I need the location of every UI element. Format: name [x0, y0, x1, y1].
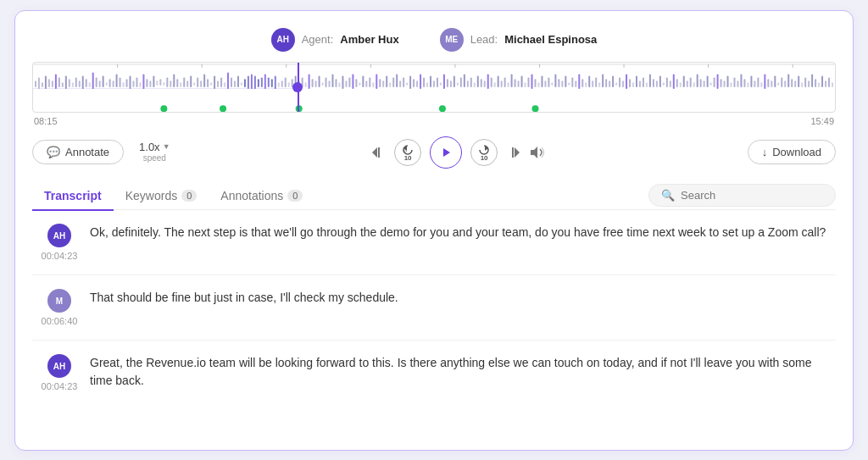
svg-rect-8 [62, 82, 64, 87]
svg-rect-139 [504, 77, 506, 87]
svg-rect-17 [92, 72, 94, 88]
entry-text: Great, the Revenue.io team will be looki… [90, 354, 827, 390]
svg-rect-57 [227, 72, 229, 88]
svg-rect-159 [571, 77, 573, 87]
svg-rect-179 [639, 80, 641, 87]
svg-rect-30 [136, 77, 137, 87]
svg-rect-112 [413, 79, 415, 87]
play-button[interactable] [430, 136, 462, 169]
svg-rect-153 [551, 82, 553, 86]
svg-rect-129 [470, 77, 472, 87]
svg-rect-164 [588, 75, 590, 87]
svg-rect-32 [142, 74, 144, 88]
svg-rect-65 [254, 75, 256, 88]
svg-rect-187 [666, 77, 668, 87]
svg-rect-149 [537, 82, 539, 87]
svg-rect-172 [615, 82, 617, 86]
svg-rect-91 [342, 75, 343, 88]
svg-rect-54 [217, 80, 219, 87]
svg-rect-19 [99, 80, 101, 87]
skip-back-button[interactable]: 10 10 [394, 139, 421, 166]
skip-forward-button[interactable]: 10 [470, 139, 498, 166]
svg-rect-254 [378, 147, 380, 158]
tab-transcript[interactable]: Transcript [32, 182, 114, 211]
svg-rect-64 [251, 74, 253, 88]
svg-rect-62 [244, 79, 246, 87]
lead-name: Michael Espinosa [504, 33, 597, 46]
svg-rect-169 [605, 79, 607, 87]
download-button[interactable]: ↓ Download [748, 140, 836, 164]
svg-rect-103 [382, 80, 384, 87]
svg-rect-37 [159, 79, 161, 86]
svg-rect-116 [426, 82, 428, 87]
search-icon: 🔍 [661, 189, 675, 202]
svg-rect-34 [149, 80, 151, 87]
svg-point-239 [220, 105, 226, 112]
svg-rect-205 [727, 75, 729, 87]
volume-button[interactable] [530, 146, 547, 159]
svg-rect-231 [815, 79, 816, 87]
prev-track-button[interactable] [370, 145, 386, 160]
svg-rect-5 [52, 80, 53, 87]
svg-rect-42 [176, 79, 178, 87]
svg-rect-22 [109, 79, 111, 87]
playback-controls: 10 10 10 [179, 136, 739, 169]
svg-rect-140 [508, 82, 509, 87]
svg-rect-13 [79, 80, 81, 87]
svg-rect-75 [288, 82, 290, 87]
tab-annotations[interactable]: Annotations 0 [209, 182, 314, 211]
list-item: M 00:06:40 That should be fine but just … [32, 275, 836, 341]
svg-rect-35 [153, 75, 154, 87]
entry-time: 00:04:23 [42, 381, 78, 391]
svg-rect-189 [673, 74, 675, 88]
svg-rect-182 [649, 74, 651, 86]
svg-rect-71 [275, 75, 276, 88]
svg-rect-200 [710, 82, 712, 86]
svg-rect-134 [487, 74, 489, 88]
svg-rect-100 [372, 82, 374, 87]
svg-rect-201 [714, 77, 715, 87]
svg-rect-135 [491, 77, 492, 87]
svg-rect-196 [697, 74, 698, 86]
next-track-button[interactable] [506, 145, 521, 160]
svg-rect-125 [457, 82, 459, 86]
svg-rect-86 [326, 77, 327, 87]
svg-rect-229 [808, 80, 810, 87]
svg-rect-154 [554, 74, 556, 86]
svg-rect-99 [369, 77, 370, 87]
annotate-button[interactable]: 💬 Annotate [32, 140, 124, 164]
svg-rect-121 [443, 74, 445, 88]
speed-control[interactable]: 1.0x ▼ speed [139, 141, 170, 164]
svg-marker-253 [372, 147, 377, 158]
svg-rect-120 [440, 82, 442, 86]
svg-rect-232 [818, 82, 820, 87]
svg-marker-261 [531, 147, 537, 158]
playhead-dot[interactable] [292, 82, 303, 92]
svg-rect-207 [734, 77, 736, 87]
svg-rect-203 [721, 79, 722, 87]
svg-rect-180 [643, 77, 644, 87]
svg-rect-193 [687, 80, 688, 87]
svg-rect-124 [453, 75, 455, 87]
tab-keywords[interactable]: Keywords 0 [114, 182, 209, 211]
search-box[interactable]: 🔍 [648, 184, 836, 207]
svg-rect-36 [156, 80, 158, 86]
svg-rect-186 [663, 82, 665, 86]
svg-rect-223 [787, 74, 789, 86]
waveform[interactable] [32, 62, 836, 113]
svg-rect-84 [319, 75, 320, 87]
lead-participant: ME Lead: Michael Espinosa [440, 28, 598, 52]
skip-forward-label: 10 [481, 155, 488, 162]
agent-avatar: AH [271, 28, 295, 52]
svg-rect-222 [784, 80, 786, 87]
svg-rect-90 [338, 82, 340, 87]
svg-rect-46 [190, 75, 192, 87]
svg-rect-39 [166, 77, 168, 87]
svg-rect-44 [183, 77, 185, 87]
svg-rect-61 [241, 82, 242, 86]
svg-rect-145 [525, 82, 526, 87]
entry-time: 00:06:40 [42, 316, 78, 326]
search-input[interactable] [681, 189, 823, 202]
svg-rect-167 [598, 82, 600, 87]
svg-point-238 [160, 105, 167, 112]
